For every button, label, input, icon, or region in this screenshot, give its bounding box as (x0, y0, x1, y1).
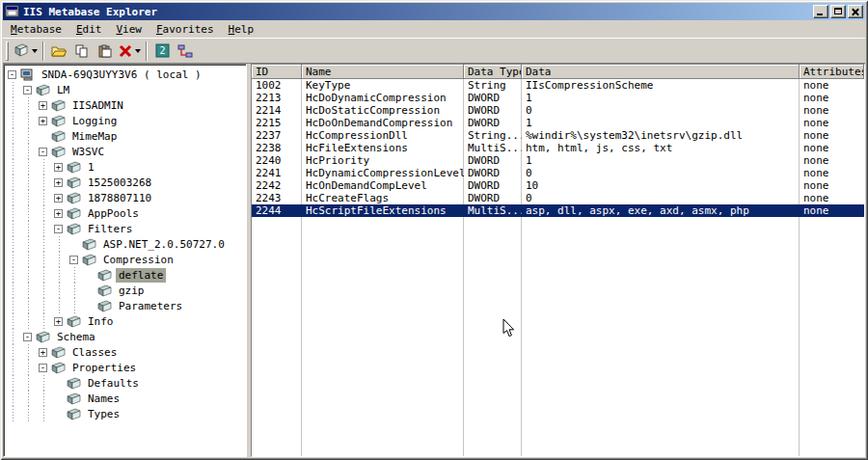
expand-toggle[interactable]: - (39, 364, 47, 372)
column-header-name[interactable]: Name (302, 65, 464, 79)
tree-item[interactable]: - Properties (5, 360, 246, 375)
table-row[interactable]: 2242 HcOnDemandCompLevel DWORD 10 none (252, 179, 864, 192)
tree-item-label[interactable]: LM (54, 83, 72, 97)
column-header-data[interactable]: Data (522, 65, 800, 79)
tree-guide-line (36, 175, 51, 190)
tree-item-label[interactable]: 1 (85, 160, 97, 175)
table-row[interactable]: 1002 KeyType String IIsCompressionScheme… (252, 79, 864, 92)
expand-toggle[interactable]: + (54, 194, 63, 203)
minimize-button[interactable] (813, 5, 828, 18)
maximize-button[interactable] (830, 5, 846, 18)
tree-item[interactable]: Parameters (5, 298, 246, 313)
tree-item[interactable]: Defaults (5, 375, 246, 391)
tree-item-label[interactable]: Names (85, 392, 122, 406)
tree-guide-line (36, 205, 51, 221)
tree-item[interactable]: - SNDA-69Q3UYY3V6 ( local (5, 67, 246, 82)
paste-button[interactable] (94, 41, 117, 62)
table-row[interactable]: 2215 HcDoOnDemandCompression DWORD 1 non… (252, 117, 864, 129)
tree-item-label[interactable]: MimeMap (69, 129, 120, 144)
column-header-id[interactable]: ID (252, 65, 302, 79)
tree-item[interactable]: + 1525003268 (5, 175, 246, 190)
expand-toggle[interactable]: - (39, 148, 47, 156)
table-row[interactable]: 2243 HcCreateFlags DWORD 0 none (252, 192, 864, 204)
expand-toggle[interactable]: + (54, 178, 63, 187)
tree-item-label[interactable]: 1878807110 (85, 191, 154, 205)
table-row[interactable]: 2244 HcScriptFileExtensions MultiS... as… (252, 204, 864, 217)
tree-item-label[interactable]: ASP.NET_2.0.50727.0 (100, 237, 228, 252)
table-row[interactable]: 2214 HcDoStaticCompression DWORD 0 none (252, 104, 864, 117)
tree-item-label[interactable]: SNDA-69Q3UYY3V6 ( local ) (39, 68, 204, 82)
tree-item[interactable]: + Classes (5, 344, 246, 360)
tree-item[interactable]: + IISADMIN (5, 97, 246, 113)
tree-item-label[interactable]: 1525003268 (85, 176, 154, 190)
close-button[interactable] (848, 5, 863, 18)
tree-item[interactable]: + 1878807110 (5, 190, 246, 205)
tree-item-label[interactable]: Properties (69, 361, 139, 375)
key-node-icon (51, 129, 67, 143)
table-row[interactable]: 2237 HcCompressionDll String... %windir%… (252, 129, 864, 142)
menu-item-edit[interactable]: Edit (69, 21, 110, 38)
tree-item[interactable]: + Logging (5, 113, 246, 128)
tree-item[interactable]: MimeMap (5, 128, 246, 144)
column-header-attributes[interactable]: Attributes (800, 65, 864, 79)
tree-item-label[interactable]: Types (85, 407, 122, 421)
tree-item-label[interactable]: Classes (69, 345, 120, 360)
menu-item-metabase[interactable]: Metabase (4, 21, 69, 38)
tree-item[interactable]: gzip (5, 283, 246, 298)
menu-item-help[interactable]: Help (222, 21, 262, 38)
expand-toggle[interactable]: - (54, 225, 63, 233)
tree-item-label[interactable]: Logging (69, 114, 120, 128)
tree-guide-line (5, 344, 20, 360)
tree-item[interactable]: - Compression (5, 252, 246, 267)
table-row[interactable]: 2238 HcFileExtensions MultiS... htm, htm… (252, 142, 864, 154)
menu-item-view[interactable]: View (109, 21, 149, 38)
network-button[interactable] (174, 41, 197, 62)
tree-guide-line (36, 190, 51, 205)
expand-toggle[interactable]: - (8, 70, 16, 79)
tree-item-label[interactable]: Filters (85, 222, 135, 236)
tree-item-label[interactable]: Defaults (85, 376, 142, 391)
table-row[interactable]: 2240 HcPriority DWORD 1 none (252, 154, 864, 167)
table-row[interactable]: 2213 HcDoDynamicCompression DWORD 1 none (252, 92, 864, 104)
expand-toggle[interactable]: + (39, 117, 47, 125)
tree-item-label[interactable]: Parameters (116, 299, 185, 313)
tree-item-label[interactable]: Info (85, 314, 117, 329)
tree-item-label[interactable]: IISADMIN (69, 98, 126, 113)
tree-item[interactable]: Names (5, 391, 246, 406)
tree-item[interactable]: - W3SVC (5, 144, 246, 159)
tree-item-label[interactable]: W3SVC (69, 145, 107, 159)
open-button[interactable] (47, 41, 70, 62)
svg-text:2: 2 (159, 45, 165, 56)
column-header-data-type[interactable]: Data Type (464, 65, 522, 79)
tree-item[interactable]: + 1 (5, 159, 246, 175)
tree-item-label[interactable]: Compression (100, 253, 176, 267)
tree-item-label[interactable]: Schema (54, 330, 98, 344)
table-row[interactable]: 2241 HcDynamicCompressionLevel DWORD 0 n… (252, 167, 864, 179)
cell-id: 2215 (252, 117, 302, 129)
expand-toggle[interactable]: - (23, 86, 32, 95)
export-button[interactable]: 2 (150, 41, 174, 62)
toolbar-gripper[interactable] (6, 41, 9, 61)
tree-item[interactable]: ASP.NET_2.0.50727.0 (5, 236, 246, 252)
tree-item[interactable]: + Info (5, 313, 246, 329)
expand-toggle[interactable]: + (54, 317, 63, 326)
menu-item-favorites[interactable]: Favorites (149, 21, 222, 38)
expand-toggle[interactable]: + (54, 209, 63, 218)
expand-toggle[interactable]: - (23, 333, 32, 341)
tree-item-label[interactable]: deflate (116, 268, 166, 283)
tree-item-label[interactable]: AppPools (85, 206, 142, 221)
expand-toggle[interactable]: + (54, 163, 63, 172)
expand-toggle[interactable]: + (39, 101, 47, 110)
delete-button[interactable] (117, 41, 143, 62)
expand-toggle[interactable]: - (69, 256, 78, 264)
tree-item[interactable]: + AppPools (5, 205, 246, 221)
new-key-button[interactable] (12, 41, 40, 62)
tree-item[interactable]: - Schema (5, 329, 246, 344)
tree-item[interactable]: - LM (5, 82, 246, 97)
tree-item-label[interactable]: gzip (116, 284, 148, 298)
expand-toggle[interactable]: + (39, 348, 47, 357)
copy-button[interactable] (70, 41, 94, 62)
tree-item[interactable]: Types (5, 406, 246, 421)
tree-item[interactable]: deflate (5, 267, 246, 283)
tree-item[interactable]: - Filters (5, 221, 246, 236)
